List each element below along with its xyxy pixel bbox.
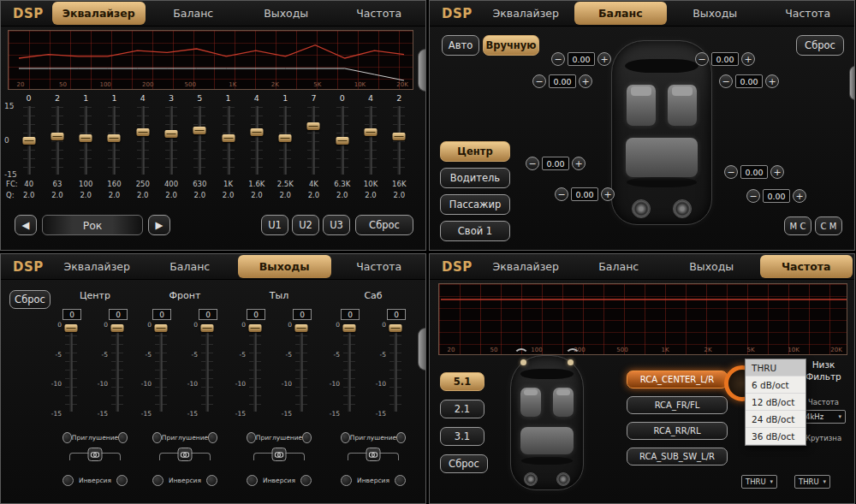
delay-plus-button[interactable]: + [765,74,779,88]
slider-handle[interactable] [201,324,214,332]
mode-button-3.1[interactable]: 3.1 [440,427,484,446]
cm-button[interactable]: C M [815,216,842,235]
eq-band-slider[interactable] [306,104,321,176]
eq-band-slider[interactable] [221,104,236,176]
manual-button[interactable]: Вручную [483,35,539,56]
eq-band-slider[interactable] [135,104,151,176]
mute-toggle-right[interactable] [302,432,312,443]
position-button-2[interactable]: Водитель [440,168,510,188]
slope-option[interactable]: 6 dB/oct [746,377,805,394]
output-slider[interactable] [388,324,403,413]
drawer-handle[interactable] [418,328,426,371]
mute-toggle-left[interactable] [62,432,72,443]
balance-reset-button[interactable]: Сброс [796,35,844,56]
delay-minus-button[interactable]: − [551,52,565,66]
eq-reset-button[interactable]: Сброс [355,215,413,235]
slider-handle[interactable] [193,127,206,134]
tab-frequency[interactable]: Частота [333,254,426,279]
tab-balance[interactable]: Баланс [574,2,668,25]
slider-handle[interactable] [295,324,308,332]
tab-equalizer[interactable]: Эквалайзер [51,254,144,279]
invert-toggle-left[interactable] [341,475,352,486]
mute-toggle-left[interactable] [152,432,162,443]
slider-handle[interactable] [108,134,121,142]
delay-plus-button[interactable]: + [770,165,784,179]
position-button-1[interactable]: Центр [440,141,510,162]
slope-option[interactable]: 36 dB/oct [746,428,805,445]
slope-option[interactable]: 12 dB/oct [746,394,805,411]
outputs-reset-button[interactable]: Сброс [9,290,51,309]
slider-handle[interactable] [250,128,263,136]
eq-band-slider[interactable] [163,104,179,176]
slider-handle[interactable] [307,122,320,130]
memory-button-U1[interactable]: U1 [261,215,288,235]
slider-handle[interactable] [365,128,377,136]
invert-toggle-left[interactable] [152,475,163,486]
tab-equalizer[interactable]: Эквалайзер [52,2,146,25]
slider-handle[interactable] [343,324,356,332]
memory-button-U2[interactable]: U2 [292,215,319,235]
drawer-handle[interactable] [849,66,855,100]
eq-band-slider[interactable] [21,104,37,176]
output-slider[interactable] [247,324,263,413]
invert-toggle-left[interactable] [62,475,74,486]
eq-band-slider[interactable] [192,104,207,176]
channel-button-2[interactable]: RCA_FR/FL [627,396,728,414]
invert-toggle-right[interactable] [206,475,217,486]
memory-button-U3[interactable]: U3 [323,215,350,235]
link-channels-button[interactable] [88,448,103,461]
tab-equalizer[interactable]: Эквалайзер [479,254,573,279]
delay-plus-button[interactable]: + [793,189,806,203]
lp-slope-select[interactable]: THRU ▾ [794,475,830,489]
slider-handle[interactable] [51,133,63,140]
slider-handle[interactable] [249,324,262,332]
delay-plus-button[interactable]: + [601,187,615,201]
eq-band-slider[interactable] [391,104,407,176]
slider-handle[interactable] [393,133,406,140]
preset-next-button[interactable]: ▶ [148,215,170,235]
slider-handle[interactable] [22,137,35,145]
mc-button[interactable]: M C [784,216,811,235]
slider-handle[interactable] [389,324,402,332]
output-slider[interactable] [110,324,125,413]
invert-toggle-right[interactable] [116,475,128,486]
slider-handle[interactable] [279,134,292,142]
tab-frequency[interactable]: Частота [760,255,853,278]
eq-band-slider[interactable] [335,104,350,176]
delay-minus-button[interactable]: − [724,165,738,179]
crossover-reset-button[interactable]: Сброс [440,454,488,473]
slider-handle[interactable] [136,128,149,136]
tab-frequency[interactable]: Частота [333,1,426,26]
tab-balance[interactable]: Баланс [147,1,241,26]
slider-handle[interactable] [65,324,78,332]
slider-handle[interactable] [80,134,92,142]
mute-toggle-left[interactable] [341,432,350,443]
eq-band-slider[interactable] [249,104,265,176]
delay-minus-button[interactable]: − [719,74,733,88]
delay-minus-button[interactable]: − [526,157,539,170]
slider-handle[interactable] [165,130,178,138]
delay-minus-button[interactable]: − [746,189,760,203]
hp-slope-select[interactable]: THRU ▾ [741,475,777,489]
output-slider[interactable] [153,324,169,413]
output-slider[interactable] [294,324,309,413]
mute-toggle-right[interactable] [118,432,128,443]
frequency-select[interactable]: 4kHz ▾ [801,410,846,424]
tab-balance[interactable]: Баланс [144,254,237,279]
tab-outputs[interactable]: Выходы [665,254,758,279]
mode-button-5.1[interactable]: 5.1 [440,372,484,391]
link-channels-button[interactable] [272,448,287,461]
delay-plus-button[interactable]: + [572,157,586,170]
slope-option[interactable]: 24 dB/oct [746,411,805,428]
eq-band-slider[interactable] [277,104,293,176]
eq-band-slider[interactable] [50,104,65,176]
output-slider[interactable] [63,324,79,413]
tab-outputs[interactable]: Выходы [238,255,331,278]
delay-plus-button[interactable]: + [579,74,592,88]
mode-button-2.1[interactable]: 2.1 [440,400,484,418]
preset-prev-button[interactable]: ◀ [15,215,37,235]
slider-handle[interactable] [336,137,348,145]
mute-toggle-left[interactable] [247,432,256,443]
delay-plus-button[interactable]: + [741,52,755,66]
invert-toggle-left[interactable] [247,475,258,486]
